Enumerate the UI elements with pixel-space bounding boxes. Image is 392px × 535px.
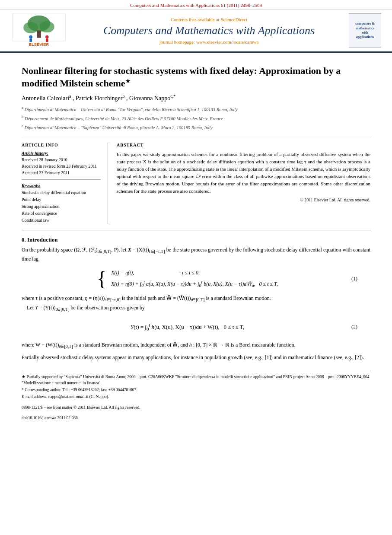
- publisher-logo-area: ELSEVIER: [9, 13, 69, 48]
- eq1-line2: X(t) = η(0) + ∫0t a(u, X(u), X(u − τ))du…: [111, 280, 278, 288]
- affiliations: a Dipartimento di Matematica – Universit…: [22, 105, 370, 132]
- svg-point-5: [29, 35, 32, 39]
- affiliation-c: c Dipartimento di Matematica – "Sapienza…: [22, 123, 370, 131]
- journal-thumbnail-area: computers &mathematicswithapplications: [349, 13, 383, 48]
- equation-1-block: { X(t) = η(t), −τ ≤ t ≤ 0, X(t) = η(0) +…: [22, 268, 370, 289]
- article-title: Nonlinear filtering for stochastic syste…: [22, 65, 370, 89]
- journal-thumbnail: computers &mathematicswithapplications: [349, 13, 381, 48]
- affiliation-a: a Dipartimento di Matematica – Universit…: [22, 105, 370, 113]
- abstract-text: In this paper we study approximation sch…: [117, 151, 370, 195]
- accepted-date: Accepted 23 February 2011: [22, 169, 101, 176]
- intro-paragraph-1: On the probability space (Ω, ℱ, (ℱt)t∈[0…: [22, 246, 370, 264]
- intro-heading: 0. Introduction: [22, 236, 370, 243]
- equation-2-block: Y(t) = ∫0t h(u, X(u), X(u − τ))du + W(t)…: [22, 318, 370, 336]
- main-content: Nonlinear filtering for stochastic syste…: [0, 53, 392, 430]
- keyword-2: Point delay: [22, 196, 101, 203]
- received-date: Received 28 January 2010: [22, 156, 101, 163]
- keywords-title: Keywords:: [22, 183, 101, 188]
- keyword-4: Rate of convergence: [22, 210, 101, 217]
- history-title: Article history:: [22, 151, 101, 156]
- sciencedirect-label: Contents lists available at ScienceDirec…: [73, 17, 344, 22]
- affiliation-b: b Département de Mathématiques, Universi…: [22, 114, 370, 122]
- equation-1-number: (1): [340, 276, 357, 282]
- svg-point-2: [23, 22, 38, 33]
- elsevier-logo: ELSEVIER: [11, 13, 67, 48]
- journal-title: Computers and Mathematics with Applicati…: [73, 24, 344, 37]
- equation-2-content: Y(t) = ∫0t h(u, X(u), X(u − τ))du + W(t)…: [35, 318, 340, 336]
- copyright-line: © 2011 Elsevier Ltd. All rights reserved…: [117, 197, 370, 202]
- footnote-star: ★ Partially supported by "Sapienza" Univ…: [22, 374, 370, 386]
- equation-1-content: { X(t) = η(t), −τ ≤ t ≤ 0, X(t) = η(0) +…: [35, 268, 340, 289]
- info-abstract-section: ARTICLE INFO Article history: Received 2…: [22, 138, 370, 224]
- article-info-column: ARTICLE INFO Article history: Received 2…: [22, 143, 108, 224]
- svg-text:ELSEVIER: ELSEVIER: [29, 42, 49, 47]
- keyword-5: Conditional law: [22, 217, 101, 224]
- keyword-3: Strong approximation: [22, 203, 101, 210]
- intro-paragraph-4: Partially observed stochastic delay syst…: [22, 353, 370, 362]
- intro-paragraph-2: where τ is a positive constant, η = (η(s…: [22, 294, 370, 313]
- equation-2: Y(t) = ∫0t h(u, X(u), X(u − τ))du + W(t)…: [35, 322, 340, 331]
- left-brace: {: [97, 268, 107, 289]
- footnotes-section: ★ Partially supported by "Sapienza" Univ…: [22, 371, 370, 421]
- intro-paragraph-3: where W = (W(t))t∈[0,T] is a standard Br…: [22, 341, 370, 350]
- revised-date: Received in revised form 23 February 201…: [22, 163, 101, 169]
- svg-point-3: [40, 21, 54, 32]
- info-divider: [22, 179, 101, 180]
- svg-rect-7: [29, 38, 32, 42]
- footnote-corresponding: * Corresponding author. Tel.: +39 064991…: [22, 387, 370, 393]
- equation-2-number: (2): [340, 324, 357, 330]
- system-lines: X(t) = η(t), −τ ≤ t ≤ 0, X(t) = η(0) + ∫…: [111, 270, 278, 288]
- svg-rect-8: [46, 38, 48, 42]
- journal-header: ELSEVIER Contents lists available at Sci…: [0, 10, 392, 53]
- eq1-line1: X(t) = η(t), −τ ≤ t ≤ 0,: [111, 270, 278, 276]
- doi-line: doi:10.1016/j.camwa.2011.02.036: [22, 415, 370, 421]
- equation-system: { X(t) = η(t), −τ ≤ t ≤ 0, X(t) = η(0) +…: [35, 268, 340, 289]
- journal-citation: Computers and Mathematics with Applicati…: [0, 0, 392, 10]
- abstract-column: ABSTRACT In this paper we study approxim…: [117, 143, 370, 224]
- journal-homepage: journal homepage: www.elsevier.com/locat…: [73, 39, 344, 45]
- footnote-email: E-mail address: nappo@mat.uniroma1.it (G…: [22, 394, 370, 400]
- history-section: Article history: Received 28 January 201…: [22, 151, 101, 176]
- section-divider-1: [22, 230, 370, 230]
- svg-point-6: [45, 35, 49, 39]
- issn-line: 0898-1221/$ – see front matter © 2011 El…: [22, 404, 370, 411]
- article-info-heading: ARTICLE INFO: [22, 143, 101, 147]
- journal-center-info: Contents lists available at ScienceDirec…: [73, 17, 344, 44]
- svg-rect-4: [37, 31, 41, 38]
- keyword-1: Stochastic delay differential equation: [22, 189, 101, 196]
- abstract-heading: ABSTRACT: [117, 143, 370, 147]
- authors-line: Antonella Calzolaria , Patrick Florching…: [22, 94, 370, 102]
